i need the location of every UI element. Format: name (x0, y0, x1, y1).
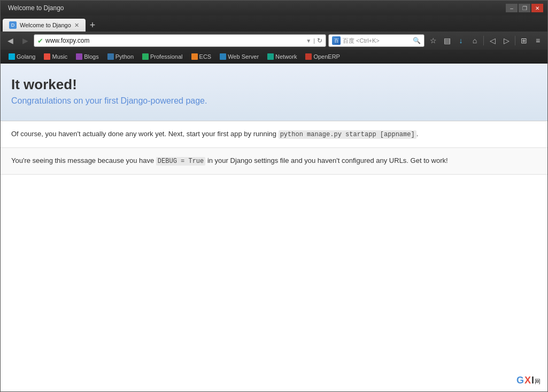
forward-history-icon[interactable]: ▷ (500, 34, 513, 47)
watermark-content: G X I 网 (513, 373, 544, 388)
paragraph-1: Of course, you haven't actually done any… (11, 129, 537, 140)
forward-button[interactable]: ▶ (19, 34, 32, 47)
restore-button[interactable]: ❐ (519, 4, 530, 12)
paragraph-2-code1: DEBUG = True (156, 157, 205, 166)
bookmark-webserver-label: Web Server (228, 53, 259, 60)
menu-icon[interactable]: ≡ (531, 34, 544, 47)
search-engine-icon: 百 (332, 36, 341, 45)
bookmark-golang-label: Golang (17, 53, 35, 60)
bookmark-python[interactable]: Python (104, 52, 137, 61)
bookmark-blogs[interactable]: Blogs (72, 52, 103, 61)
bookmark-ecs[interactable]: ECS (188, 52, 215, 61)
tab-favicon: D (9, 21, 17, 29)
paragraph-1-section: Of course, you haven't actually done any… (1, 121, 547, 148)
browser-window: Welcome to Django – ❐ ✕ D Welcome to Dja… (0, 0, 548, 392)
bookmark-golang-icon (9, 53, 15, 60)
url-separator: | (313, 37, 315, 44)
page-main-title: It worked! (11, 76, 537, 93)
page-subtitle: Congratulations on your first Django-pow… (11, 96, 537, 106)
paragraph-2-prefix: You're seeing this message because you h… (11, 156, 156, 164)
watermark: G X I 网 (513, 373, 544, 388)
title-bar: Welcome to Django – ❐ ✕ (1, 1, 547, 15)
watermark-net: 网 (535, 378, 541, 386)
security-shield-icon: ✔ (37, 37, 43, 45)
bookmark-blogs-icon (76, 53, 82, 60)
bookmark-blogs-label: Blogs (84, 53, 99, 60)
paragraph-1-suffix: . (416, 130, 419, 138)
bookmark-openerp[interactable]: OpenERP (302, 52, 344, 61)
bookmark-network[interactable]: Network (264, 52, 300, 61)
hero-section: It worked! Congratulations on your first… (1, 64, 547, 121)
bookmark-professional[interactable]: Professional (138, 52, 187, 61)
bookmark-openerp-icon (305, 53, 312, 60)
bookmark-music-label: Music (52, 53, 67, 60)
nav-separator-2 (515, 36, 515, 45)
bookmarks-bar: Golang Music Blogs Python Professional E… (1, 50, 547, 64)
refresh-icon[interactable]: ↻ (317, 37, 322, 44)
search-placeholder: 百度 <Ctrl+K> (343, 37, 411, 45)
back-history-icon[interactable]: ◁ (486, 34, 499, 47)
page-content: It worked! Congratulations on your first… (1, 64, 547, 391)
paragraph-2-middle: in your Django settings file and you hav… (205, 156, 447, 164)
window-controls: – ❐ ✕ (506, 4, 543, 12)
sidebar-icon[interactable]: ⊞ (518, 34, 530, 47)
reader-view-icon[interactable]: ▤ (441, 34, 453, 47)
bookmark-network-label: Network (275, 53, 297, 60)
bookmark-webserver-icon (220, 53, 226, 60)
bookmark-music[interactable]: Music (40, 52, 71, 61)
nav-toolbar-icons: ☆ ▤ ↓ ⌂ ◁ ▷ ⊞ ≡ (427, 34, 544, 47)
minimize-button[interactable]: – (506, 4, 518, 12)
navigation-bar: ◀ ▶ ✔ ▼ | ↻ 百 百度 <Ctrl+K> 🔍 ☆ ▤ ↓ ⌂ ◁ ▷ … (1, 32, 547, 50)
bookmark-ecs-icon (191, 53, 198, 60)
paragraph-1-code: python manage.py startapp [appname] (279, 130, 416, 139)
bookmark-network-icon (267, 53, 274, 60)
url-dropdown-icon[interactable]: ▼ (306, 38, 311, 44)
url-bar[interactable]: ✔ ▼ | ↻ (34, 34, 326, 47)
paragraph-1-prefix: Of course, you haven't actually done any… (11, 130, 279, 138)
search-go-icon[interactable]: 🔍 (413, 37, 421, 44)
download-icon[interactable]: ↓ (454, 34, 467, 47)
search-bar[interactable]: 百 百度 <Ctrl+K> 🔍 (328, 34, 424, 47)
tab-label: Welcome to Django (20, 22, 71, 28)
window-title: Welcome to Django (5, 4, 506, 12)
star-icon[interactable]: ☆ (427, 34, 439, 47)
bookmark-ecs-label: ECS (199, 53, 212, 60)
url-input[interactable] (45, 37, 304, 44)
close-button[interactable]: ✕ (531, 4, 543, 12)
paragraph-2-section: You're seeing this message because you h… (1, 148, 547, 175)
watermark-x: X (524, 375, 531, 386)
nav-separator-1 (483, 36, 484, 45)
bookmark-webserver[interactable]: Web Server (216, 52, 263, 61)
tab-close-icon[interactable]: ✕ (74, 22, 79, 29)
bookmark-professional-label: Professional (150, 53, 183, 60)
watermark-i: I (531, 375, 534, 386)
home-icon[interactable]: ⌂ (468, 34, 481, 47)
bookmark-python-icon (107, 53, 114, 60)
bookmark-golang[interactable]: Golang (5, 52, 39, 61)
new-tab-button[interactable]: + (86, 19, 100, 32)
tab-bar: D Welcome to Django ✕ + (1, 15, 547, 32)
paragraph-2: You're seeing this message because you h… (11, 155, 537, 167)
active-tab[interactable]: D Welcome to Django ✕ (3, 19, 86, 32)
bookmark-music-icon (44, 53, 50, 60)
back-button[interactable]: ◀ (4, 34, 17, 47)
watermark-g: G (516, 375, 524, 386)
bookmark-openerp-label: OpenERP (313, 53, 340, 60)
bookmark-professional-icon (142, 53, 149, 60)
bookmark-python-label: Python (115, 53, 134, 60)
